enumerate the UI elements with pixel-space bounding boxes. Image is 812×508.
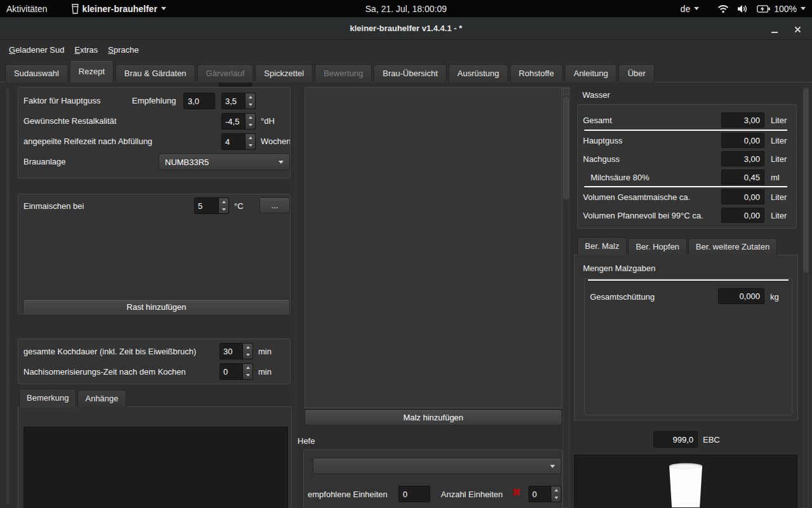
chevron-down-icon — [550, 465, 555, 468]
bemerkung-textarea[interactable] — [23, 427, 288, 508]
malt-list[interactable] — [304, 87, 562, 408]
tab-anleitung[interactable]: Anleitung — [565, 64, 617, 83]
restalkalitaet-spinbox[interactable]: -4,5 — [221, 113, 256, 130]
minimize-icon — [771, 32, 778, 33]
middle-scrollbar-up-button[interactable] — [563, 88, 570, 95]
spin-down-icon[interactable] — [219, 206, 228, 213]
tab-spickzettel[interactable]: Spickzettel — [255, 64, 313, 83]
einmaischen-spinbox[interactable]: 5 — [194, 197, 229, 214]
chevron-down-icon — [278, 161, 284, 164]
spin-value: 0 — [529, 486, 551, 502]
spinner-buttons[interactable] — [245, 114, 255, 129]
spinner-buttons[interactable] — [245, 134, 255, 149]
kochdauer-spinbox[interactable]: 30 — [219, 343, 253, 359]
spinner-buttons[interactable] — [218, 198, 228, 213]
wasser-row-unit: Liter — [771, 136, 787, 145]
tab-ausruestung[interactable]: Ausrüstung — [449, 64, 508, 83]
spin-up-icon[interactable] — [219, 198, 228, 206]
gesamtschuettung-label: Gesamtschüttung — [590, 292, 655, 302]
separator-line — [584, 186, 787, 187]
spin-down-icon[interactable] — [246, 142, 255, 149]
berechnung-tabbar: Ber. Malz Ber. Hopfen Ber. weitere Zutat… — [577, 237, 778, 255]
spin-up-icon[interactable] — [246, 134, 255, 142]
window-title: kleiner-brauhelfer v1.4.4.1 - * — [0, 23, 812, 33]
spin-up-icon[interactable] — [243, 344, 252, 351]
tab-bemerkung[interactable]: Bemerkung — [19, 389, 76, 407]
wifi-icon[interactable] — [717, 4, 729, 13]
beer-color-preview — [574, 455, 797, 508]
wasser-row-unit: Liter — [771, 116, 787, 125]
menu-label: xtras — [80, 45, 98, 55]
anzahl-einheiten-spinbox[interactable]: 0 — [528, 486, 561, 502]
wasser-row-value: 3,00 — [721, 112, 764, 128]
faktor-hauptguss-spinbox[interactable]: 3,5 — [221, 93, 256, 109]
add-rest-button[interactable]: Rast hinzufügen — [23, 299, 290, 314]
close-icon — [794, 26, 801, 33]
battery-indicator[interactable]: 100% — [757, 0, 809, 17]
wasser-row-label: Milchsäure 80% — [591, 173, 650, 182]
tab-rezept[interactable]: Rezept — [70, 61, 114, 83]
middle-scrollbar-handle[interactable] — [563, 97, 569, 199]
tab-ueber[interactable]: Über — [619, 64, 654, 83]
spin-down-icon[interactable] — [243, 371, 252, 379]
temperature-more-button[interactable]: ... — [259, 197, 290, 213]
keyboard-layout-label: de — [681, 4, 691, 14]
wasser-row-unit: Liter — [771, 211, 787, 220]
volume-icon[interactable] — [737, 4, 749, 13]
wasser-row-label: Nachguss — [583, 154, 620, 164]
spin-up-icon[interactable] — [551, 486, 561, 494]
menu-label: eladener Sud — [15, 45, 64, 55]
minimize-button[interactable] — [768, 22, 782, 36]
maischen-groupbox: Einmaischen bei 5 °C ... Rast hinzufügen — [18, 194, 291, 314]
hefe-combobox[interactable] — [313, 458, 561, 474]
nachiso-label: Nachisomerisierungs-Zeit nach dem Kochen — [23, 367, 186, 377]
menu-mnemonic: S — [108, 45, 114, 55]
spin-down-icon[interactable] — [551, 494, 561, 502]
tab-sudauswahl[interactable]: Sudauswahl — [5, 64, 68, 83]
spinner-buttons[interactable] — [242, 344, 252, 359]
einmaischen-unit: °C — [234, 201, 244, 211]
tab-ber-malz[interactable]: Ber. Malz — [577, 237, 627, 255]
battery-percent-label: 100% — [774, 4, 797, 14]
tab-brau-uebersicht[interactable]: Brau-Übersicht — [374, 64, 447, 83]
spinner-buttons[interactable] — [245, 93, 255, 109]
main-tabbar: Sudauswahl Rezept Brau & Gärdaten Gärver… — [5, 61, 657, 83]
left-scrollbar[interactable] — [6, 89, 10, 505]
spinner-buttons[interactable] — [551, 486, 561, 502]
tab-ber-hopfen[interactable]: Ber. Hopfen — [628, 238, 687, 255]
tab-rohstoffe[interactable]: Rohstoffe — [510, 64, 563, 83]
restalkalitaet-unit: °dH — [261, 116, 275, 126]
nachiso-spinbox[interactable]: 0 — [219, 363, 253, 380]
app-menu-button[interactable]: kleiner-brauhelfer — [65, 0, 173, 17]
spin-down-icon[interactable] — [246, 121, 255, 129]
activities-button[interactable]: Aktivitäten — [0, 0, 54, 17]
keyboard-layout-indicator[interactable]: de — [681, 0, 710, 17]
menu-sprache[interactable]: Sprache — [104, 43, 142, 57]
wasser-row-unit: Liter — [771, 154, 787, 164]
hefe-section-title: Hefe — [298, 436, 315, 446]
hefe-groupbox: empfohlene Einheiten 0 Anzahl Einheiten … — [303, 450, 563, 508]
menu-geladener-sud[interactable]: Geladener Sud — [5, 43, 68, 57]
empfohlene-einheiten-label: empfohlene Einheiten — [308, 490, 388, 499]
spin-up-icon[interactable] — [246, 114, 255, 121]
brauanlage-combobox[interactable]: NUMB33R5 — [159, 154, 290, 170]
wasser-row-value: 3,00 — [721, 151, 764, 166]
spin-up-icon[interactable] — [243, 364, 252, 371]
add-malt-button[interactable]: Malz hinzufügen — [304, 410, 562, 425]
menu-extras[interactable]: Extras — [70, 43, 102, 57]
kochen-groupbox: gesamte Kochdauer (inkl. Zeit bis Eiweiß… — [18, 338, 291, 384]
spin-down-icon[interactable] — [243, 351, 252, 359]
scroll-up-icon — [565, 87, 568, 97]
spin-up-icon[interactable] — [246, 93, 255, 101]
wasser-row-unit: Liter — [771, 192, 787, 202]
spinner-buttons[interactable] — [242, 364, 252, 379]
reifezeit-spinbox[interactable]: 4 — [221, 133, 256, 150]
error-x-icon: ✖ — [512, 487, 521, 498]
close-button[interactable] — [790, 22, 804, 36]
tab-brau-gaerdaten[interactable]: Brau & Gärdaten — [115, 64, 195, 83]
tab-ber-weitere-zutaten[interactable]: Ber. weitere Zutaten — [688, 238, 777, 255]
spin-down-icon[interactable] — [246, 101, 255, 109]
window-titlebar[interactable]: kleiner-brauhelfer v1.4.4.1 - * — [0, 17, 812, 40]
tab-anhaenge[interactable]: Anhänge — [77, 390, 126, 407]
right-scrollbar-handle[interactable] — [804, 88, 808, 272]
